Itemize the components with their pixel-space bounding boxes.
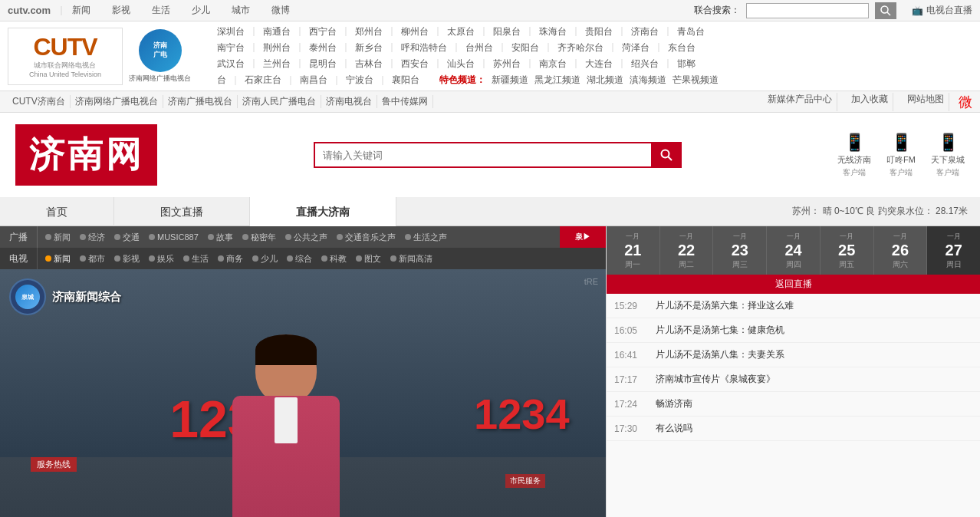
schedule-title-2[interactable]: 片儿汤不是汤第八集：夫妻关系: [656, 348, 972, 361]
ch-shantou[interactable]: 汕头台: [442, 57, 479, 71]
nav-news[interactable]: 新闻: [72, 4, 90, 17]
date-25[interactable]: 一月 25 周五: [821, 226, 874, 275]
ch-zhuhai[interactable]: 珠海台: [534, 25, 571, 39]
ch-mango[interactable]: 芒果视频道: [669, 73, 722, 87]
ch-xining[interactable]: 西宁台: [304, 25, 341, 39]
ch-dianhai[interactable]: 滇海频道: [626, 73, 669, 87]
radio-ch-public[interactable]: 公共之声: [281, 230, 332, 245]
schedule-title-1[interactable]: 片儿汤不是汤第七集：健康危机: [656, 324, 972, 337]
tv-ch-business[interactable]: 商务: [213, 252, 248, 266]
tv-ch-science[interactable]: 科教: [317, 252, 351, 266]
ch-zhengzhou[interactable]: 郑州台: [350, 25, 387, 39]
tv-ch-life[interactable]: 生活: [179, 252, 213, 266]
radio-ch-story[interactable]: 故事: [203, 230, 238, 245]
ch-xinjiang[interactable]: 新疆频道: [488, 73, 531, 87]
tv-ch-news[interactable]: 新闻: [41, 252, 75, 266]
nav-life[interactable]: 生活: [152, 4, 170, 17]
tab-home[interactable]: 首页: [0, 197, 114, 226]
tv-ch-kids[interactable]: 少儿: [248, 252, 282, 266]
ch-heze[interactable]: 菏泽台: [617, 41, 654, 55]
ch-lanzhou[interactable]: 兰州台: [258, 57, 295, 71]
weibo-icon[interactable]: 微: [959, 93, 972, 111]
ch-qingdao[interactable]: 青岛台: [673, 25, 709, 39]
date-21[interactable]: 一月 21 周一: [607, 226, 660, 275]
date-24[interactable]: 一月 24 周四: [767, 226, 821, 275]
video-container[interactable]: 12345 1234: [0, 269, 606, 517]
ch-wuhan[interactable]: 武汉台: [212, 57, 249, 71]
subnav-cutv[interactable]: CUTV济南台: [8, 95, 71, 108]
radio-ch-music887[interactable]: MUSIC887: [144, 231, 203, 243]
date-23[interactable]: 一月 23 周三: [713, 226, 767, 275]
date-22[interactable]: 一月 22 周二: [660, 226, 714, 275]
tv-ch-film[interactable]: 影视: [110, 252, 144, 266]
tab-text-live[interactable]: 图文直播: [114, 197, 250, 226]
tab-tv[interactable]: 电视: [0, 248, 38, 269]
tv-live-link[interactable]: 📺 电视台直播: [912, 4, 972, 17]
top-search-input[interactable]: [746, 3, 869, 18]
radio-ch-life-voice[interactable]: 生活之声: [400, 230, 452, 245]
ch-xinxiang[interactable]: 新乡台: [350, 41, 387, 55]
main-search-button[interactable]: [651, 142, 682, 168]
ch-heilongjiang[interactable]: 黑龙江频道: [531, 73, 584, 87]
ch-xiangyang[interactable]: 襄阳台: [387, 73, 424, 87]
ch-kunming[interactable]: 昆明台: [304, 57, 341, 71]
ch-nanjing[interactable]: 南京台: [534, 57, 571, 71]
ch-shaoxing[interactable]: 绍兴台: [626, 57, 663, 71]
ch-anyang[interactable]: 安阳台: [507, 41, 544, 55]
subnav-jinan-tv[interactable]: 济南电视台: [321, 95, 377, 108]
tv-ch-entertainment[interactable]: 娱乐: [144, 252, 179, 266]
back-live-button[interactable]: 返回直播: [607, 275, 980, 294]
ch-nanchang[interactable]: 南昌台: [295, 73, 332, 87]
ch-shijiazhuang[interactable]: 石家庄台: [240, 73, 286, 87]
ch-hubei[interactable]: 湖北频道: [584, 73, 626, 87]
ch-yangquan[interactable]: 阳泉台: [488, 25, 525, 39]
schedule-title-4[interactable]: 畅游济南: [656, 397, 972, 410]
schedule-title-0[interactable]: 片儿汤不是汤第六集：择业这么难: [656, 299, 972, 312]
ch-dongtai[interactable]: 东台台: [663, 41, 700, 55]
radio-ch-news[interactable]: 新闻: [41, 230, 75, 245]
schedule-title-3[interactable]: 济南城市宣传片《泉城夜宴》: [656, 373, 972, 386]
ch-taizhou[interactable]: 泰州台: [304, 41, 341, 55]
ch-nantong[interactable]: 南通台: [258, 25, 295, 39]
nav-weibo[interactable]: 微博: [271, 4, 290, 17]
ch-jilin[interactable]: 吉林台: [350, 57, 387, 71]
nav-film[interactable]: 影视: [112, 4, 130, 17]
subnav-media-center[interactable]: 新媒体产品中心: [763, 93, 837, 111]
app-dingdong[interactable]: 📱 叮咚FM 客户端: [886, 133, 916, 178]
tab-jinan-live[interactable]: 直播大济南: [250, 197, 396, 226]
ch-jinan[interactable]: 济南台: [626, 25, 663, 39]
ch-handan[interactable]: 邯郸: [673, 57, 700, 71]
subnav-jinan-net[interactable]: 济南网络广播电视台: [71, 95, 163, 108]
ch-nanning[interactable]: 南宁台: [212, 41, 249, 55]
brand-link[interactable]: cutv.com: [8, 5, 51, 16]
schedule-title-5[interactable]: 有么说吗: [656, 422, 972, 435]
ch-shenzhen[interactable]: 深圳台: [212, 25, 249, 39]
ch-qiqihar[interactable]: 齐齐哈尔台: [553, 41, 608, 55]
ch-taiyuan[interactable]: 太原台: [442, 25, 479, 39]
ch-suzhou[interactable]: 苏州台: [488, 57, 525, 71]
ch-ningbo[interactable]: 宁波台: [341, 73, 378, 87]
top-search-button[interactable]: [875, 2, 896, 19]
main-search-input[interactable]: [314, 142, 651, 168]
ch-liuzhou[interactable]: 柳州台: [396, 25, 433, 39]
date-26[interactable]: 一月 26 周六: [874, 226, 928, 275]
radio-ch-mimi[interactable]: 秘密年: [238, 230, 281, 245]
radio-ch-economy[interactable]: 经济: [75, 230, 110, 245]
radio-ch-traffic[interactable]: 交通: [110, 230, 144, 245]
subnav-jinan-people-radio[interactable]: 济南人民广播电台: [238, 95, 321, 108]
ch-taizhou2[interactable]: 台州台: [461, 41, 498, 55]
ch-jingzhou[interactable]: 荆州台: [258, 41, 295, 55]
app-tianxia[interactable]: 📱 天下泉城 客户端: [931, 133, 965, 178]
tv-ch-general[interactable]: 综合: [282, 252, 317, 266]
tv-ch-hd[interactable]: 新闻高清: [386, 252, 437, 266]
ch-xian[interactable]: 西安台: [396, 57, 433, 71]
ch-tai[interactable]: 台: [212, 73, 231, 87]
subnav-jinan-radio[interactable]: 济南广播电视台: [163, 95, 238, 108]
subnav-bookmark[interactable]: 加入收藏: [847, 93, 893, 111]
app-wuxian[interactable]: 📱 无线济南 客户端: [837, 133, 871, 178]
tab-radio[interactable]: 广播: [0, 226, 38, 248]
tv-ch-text[interactable]: 图文: [351, 252, 386, 266]
ch-huhehaote[interactable]: 呼和浩特台: [396, 41, 452, 55]
nav-kids[interactable]: 少儿: [192, 4, 210, 17]
ch-dalian[interactable]: 大连台: [580, 57, 617, 71]
